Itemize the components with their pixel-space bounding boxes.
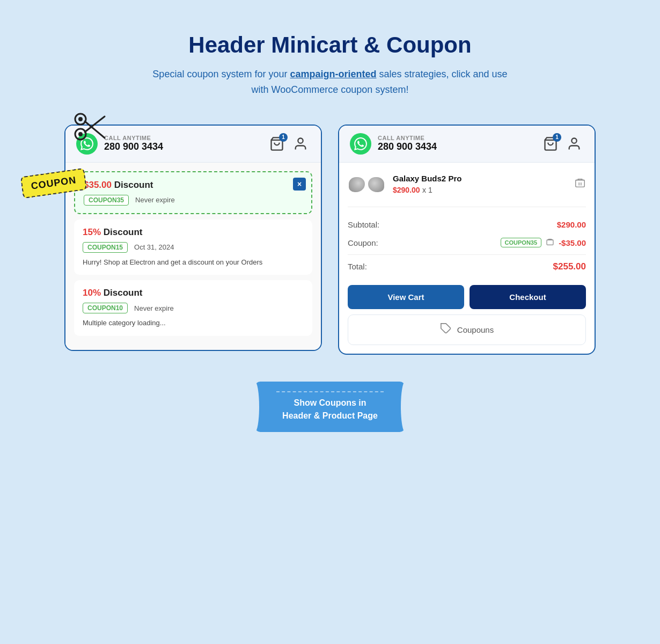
header-icons: 1 — [267, 134, 310, 153]
page-title: Header Minicart & Coupon — [188, 32, 471, 58]
coupon-expiry-2: Oct 31, 2024 — [134, 243, 174, 251]
svg-point-9 — [571, 138, 576, 143]
ticket-banner[interactable]: Show Coupons in Header & Product Page — [255, 382, 405, 432]
phone-number: 280 900 3434 — [104, 141, 261, 152]
call-anytime-label: CALL ANYTIME — [104, 135, 261, 141]
total-label: Total: — [348, 262, 367, 271]
minicart-user-icon-wrap[interactable] — [564, 134, 584, 153]
ticket-line2: Header & Product Page — [276, 409, 384, 422]
coupon-discount-label-3: 10% Discount — [83, 288, 304, 298]
user-icon — [293, 136, 308, 151]
call-info: CALL ANYTIME 280 900 3434 — [104, 135, 261, 152]
ticket-dashed-line — [276, 391, 384, 392]
user-icon-wrap[interactable] — [291, 134, 310, 153]
coupon-discount-label-2: 15% Discount — [83, 227, 304, 238]
total-value: $255.00 — [553, 261, 586, 272]
page-subtitle: Special coupon system for your campaign-… — [148, 67, 512, 98]
minicart-panel-header: CALL ANYTIME 280 900 3434 1 — [339, 126, 595, 163]
scissors-icon — [70, 108, 107, 146]
coupons-section-button[interactable]: Coupouns — [348, 314, 586, 345]
total-row: Total: $255.00 — [348, 254, 586, 276]
minicart-user-icon — [567, 136, 582, 151]
minicart-panel: CALL ANYTIME 280 900 3434 1 — [338, 125, 596, 355]
subtotal-row: Subtotal: $290.00 — [348, 216, 586, 233]
product-name: Galaxy Buds2 Pro — [393, 174, 461, 183]
checkout-button[interactable]: Checkout — [470, 285, 586, 309]
svg-rect-10 — [576, 180, 585, 187]
subtotal-label: Subtotal: — [348, 220, 379, 229]
ticket-line1: Show Coupons in — [276, 397, 384, 409]
minicart-call-anytime: CALL ANYTIME — [378, 135, 534, 141]
svg-rect-14 — [547, 240, 553, 245]
minicart-content: Galaxy Buds2 Pro $290.00 x 1 Subtot — [339, 163, 595, 354]
coupon-code-tag[interactable]: COUPON35 — [84, 195, 129, 206]
coupon-tag-icon — [440, 323, 452, 337]
coupon-discount-value: -$35.00 — [559, 238, 586, 247]
coupon-description-3: Multiple category loading... — [83, 318, 304, 328]
coupon-row-label: Coupon: — [348, 238, 378, 247]
delete-product-button[interactable] — [574, 177, 586, 192]
remove-coupon-button[interactable] — [546, 238, 554, 248]
cart-badge: 1 — [279, 133, 288, 142]
minicart-header-icons: 1 — [541, 134, 584, 153]
product-image — [348, 171, 385, 198]
coupon-tag-decoration: COUPON — [20, 167, 87, 198]
coupon-description-2: Hurry! Shop at Electron and get a discou… — [83, 257, 304, 268]
minicart-whatsapp-icon — [350, 133, 371, 155]
product-price: $290.00 — [393, 186, 420, 194]
panels-wrapper: COUPON CALL ANYTIME 280 900 3434 — [64, 125, 596, 355]
cart-product: Galaxy Buds2 Pro $290.00 x 1 — [348, 171, 586, 207]
coupon-item-active[interactable]: × $35.00 Discount COUPON35 Never expire — [74, 171, 312, 214]
coupon-decoration: COUPON — [16, 108, 107, 194]
coupon-code-tag-2[interactable]: COUPON15 — [83, 242, 128, 253]
coupon-item-3[interactable]: 10% Discount COUPON10 Never expire Multi… — [74, 280, 312, 336]
minicart-cart-badge: 1 — [553, 133, 561, 142]
coupon-item-2[interactable]: 15% Discount COUPON15 Oct 31, 2024 Hurry… — [74, 219, 312, 275]
minicart-call-info: CALL ANYTIME 280 900 3434 — [378, 135, 534, 152]
minicart-phone-number: 280 900 3434 — [378, 141, 534, 152]
product-qty: x 1 — [422, 186, 432, 194]
coupon-code-tag-3[interactable]: COUPON10 — [83, 303, 128, 313]
svg-point-5 — [78, 132, 83, 136]
earbud-right — [368, 177, 384, 192]
cart-icon-wrap[interactable]: 1 — [267, 134, 287, 153]
svg-point-4 — [78, 117, 83, 121]
applied-coupon-code[interactable]: COUPON35 — [501, 238, 542, 247]
coupon-expiry-3: Never expire — [134, 304, 174, 312]
svg-point-7 — [298, 138, 303, 143]
coupon-applied: COUPON35 -$35.00 — [501, 238, 586, 248]
subtotal-value: $290.00 — [557, 220, 586, 229]
coupon-row: Coupon: COUPON35 -$35.00 — [348, 233, 586, 252]
coupon-discount-label: $35.00 Discount — [84, 180, 303, 191]
coupon-expiry: Never expire — [135, 196, 175, 204]
minicart-cart-icon-wrap[interactable]: 1 — [541, 134, 560, 153]
earbud-left — [349, 177, 365, 192]
coupon-close-button[interactable]: × — [293, 178, 306, 191]
view-cart-button[interactable]: View Cart — [348, 285, 464, 309]
cart-buttons: View Cart Checkout — [348, 285, 586, 309]
product-details: Galaxy Buds2 Pro $290.00 x 1 — [393, 174, 461, 195]
coupons-btn-label: Coupouns — [457, 325, 494, 334]
